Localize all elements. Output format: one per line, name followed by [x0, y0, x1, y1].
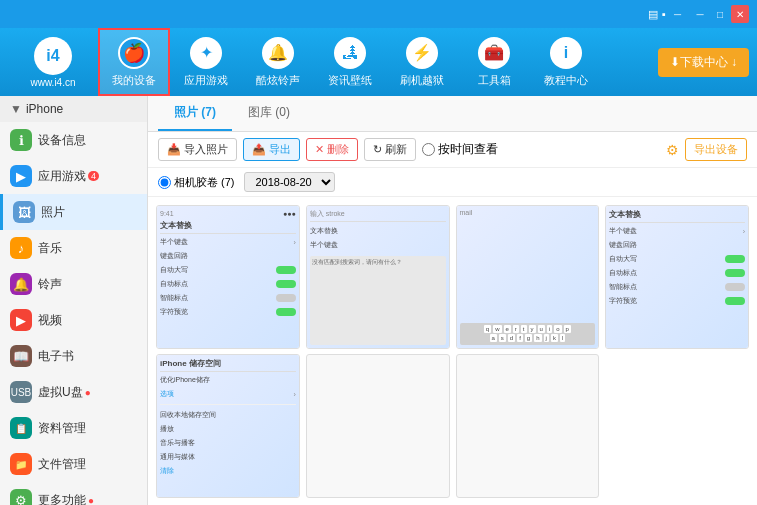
titlebar: ▤ ▪ ─ ─ □ ✕: [0, 0, 757, 28]
tab-albums[interactable]: 图库 (0): [232, 96, 306, 131]
sidebar-item-ebook[interactable]: 📖 电子书: [0, 338, 147, 374]
nav-item-wallpaper[interactable]: 🏞 资讯壁纸: [314, 28, 386, 96]
delete-label: 删除: [327, 142, 349, 157]
battery-icon: ▪: [662, 8, 666, 20]
screenshot-sim-4: 文本替换 半个键盘› 键盘回路 自动大写 自动标点 智能标点 字符预览: [606, 206, 748, 348]
refresh-label: 刷新: [385, 142, 407, 157]
nav-item-my-device[interactable]: 🍎 我的设备: [98, 28, 170, 96]
more-badge: ●: [88, 495, 94, 506]
import-label: 导入照片: [184, 142, 228, 157]
filter-row: 相机胶卷 (7) 2018-08-20: [148, 168, 757, 197]
download-center-button[interactable]: ⬇ 下载中心 ↓: [658, 48, 749, 77]
nav-item-toolbox[interactable]: 🧰 工具箱: [458, 28, 530, 96]
wallpaper-icon: 🏞: [334, 37, 366, 69]
photo-item-5[interactable]: iPhone 储存空间 优化iPhone储存 选项› 回收本地储存空间 播放 音…: [156, 354, 300, 498]
file-mgmt-icon: 📁: [10, 453, 32, 475]
nav-label-wallpaper: 资讯壁纸: [328, 73, 372, 88]
close-button[interactable]: ✕: [731, 5, 749, 23]
logo-url: www.i4.cn: [30, 77, 75, 88]
date-select[interactable]: 2018-08-20: [244, 172, 335, 192]
logo: i4 www.i4.cn: [8, 37, 98, 88]
usb-badge: ●: [85, 387, 91, 398]
usb-label: 虚拟U盘: [38, 384, 83, 401]
download-label: 下载中心 ↓: [680, 54, 737, 71]
app-games-icon: ▶: [10, 165, 32, 187]
device-name: iPhone: [26, 102, 63, 116]
nav-item-app-games[interactable]: ✦ 应用游戏: [170, 28, 242, 96]
sidebar-item-app-games[interactable]: ▶ 应用游戏 4: [0, 158, 147, 194]
device-info-icon: ℹ: [10, 129, 32, 151]
import-icon: 📥: [167, 143, 181, 156]
camera-roll-count: (7): [221, 176, 234, 188]
photos-label: 照片: [41, 204, 65, 221]
delete-button[interactable]: ✕ 删除: [306, 138, 358, 161]
photo-item-6[interactable]: [306, 354, 450, 498]
photo-item-7[interactable]: [456, 354, 600, 498]
tab-photos[interactable]: 照片 (7): [158, 96, 232, 131]
more-icon: ⚙: [10, 489, 32, 505]
apple-icon: 🍎: [118, 37, 150, 69]
sidebar-item-device-info[interactable]: ℹ 设备信息: [0, 122, 147, 158]
app-games-badge: 4: [88, 171, 99, 181]
time-filter-option[interactable]: 按时间查看: [422, 141, 498, 158]
time-filter-radio[interactable]: [422, 143, 435, 156]
nav-items: 🍎 我的设备 ✦ 应用游戏 🔔 酷炫铃声 🏞 资讯壁纸 ⚡ 刷机越狱 🧰 工具箱: [98, 28, 658, 96]
sidebar-item-file-mgmt[interactable]: 📁 文件管理: [0, 446, 147, 482]
photo-item-1[interactable]: 9:41●●● 文本替换 半个键盘› 键盘回路 自动大写 自动标点 智能标点 字…: [156, 205, 300, 349]
nav-item-ringtone[interactable]: 🔔 酷炫铃声: [242, 28, 314, 96]
maximize-button[interactable]: □: [711, 5, 729, 23]
camera-roll-option[interactable]: 相机胶卷 (7): [158, 175, 234, 190]
gear-icon: ⚙: [666, 142, 679, 158]
file-mgmt-label: 文件管理: [38, 456, 86, 473]
apps-icon: ✦: [190, 37, 222, 69]
arrow-icon: ▼: [10, 102, 22, 116]
nav-label-one-click: 刷机越狱: [400, 73, 444, 88]
nav-label-ringtone: 酷炫铃声: [256, 73, 300, 88]
delete-icon: ✕: [315, 143, 324, 156]
screenshot-sim-5: iPhone 储存空间 优化iPhone储存 选项› 回收本地储存空间 播放 音…: [157, 355, 299, 497]
refresh-button[interactable]: ↻ 刷新: [364, 138, 416, 161]
nav-item-one-click[interactable]: ⚡ 刷机越狱: [386, 28, 458, 96]
nav-item-tutorial[interactable]: i 教程中心: [530, 28, 602, 96]
camera-roll-radio[interactable]: [158, 176, 171, 189]
download-icon: ⬇: [670, 55, 680, 69]
nav-label-my-device: 我的设备: [112, 73, 156, 88]
sidebar-item-ringtone[interactable]: 🔔 铃声: [0, 266, 147, 302]
export-device-button[interactable]: 导出设备: [685, 138, 747, 161]
photo-item-4[interactable]: 文本替换 半个键盘› 键盘回路 自动大写 自动标点 智能标点 字符预览: [605, 205, 749, 349]
export-icon: 📤: [252, 143, 266, 156]
sidebar-item-more[interactable]: ⚙ 更多功能 ●: [0, 482, 147, 505]
photos-icon: 🖼: [13, 201, 35, 223]
video-icon: ▶: [10, 309, 32, 331]
screenshot-sim-1: 9:41●●● 文本替换 半个键盘› 键盘回路 自动大写 自动标点 智能标点 字…: [157, 206, 299, 348]
more-label: 更多功能: [38, 492, 86, 506]
import-photos-button[interactable]: 📥 导入照片: [158, 138, 237, 161]
export-device-label: 导出设备: [694, 142, 738, 157]
app-games-label: 应用游戏: [38, 168, 86, 185]
sidebar-item-music[interactable]: ♪ 音乐: [0, 230, 147, 266]
minimize-button[interactable]: ─: [691, 5, 709, 23]
export-button[interactable]: 📤 导出: [243, 138, 300, 161]
navbar: i4 www.i4.cn 🍎 我的设备 ✦ 应用游戏 🔔 酷炫铃声 🏞 资讯壁纸…: [0, 28, 757, 96]
nav-label-toolbox: 工具箱: [478, 73, 511, 88]
photo-item-3[interactable]: mail q w e r t y u i o p: [456, 205, 600, 349]
screenshot-sim-3: mail q w e r t y u i o p: [457, 206, 599, 348]
sidebar-item-data-mgmt[interactable]: 📋 资料管理: [0, 410, 147, 446]
sidebar-item-video[interactable]: ▶ 视频: [0, 302, 147, 338]
bell-icon: 🔔: [262, 37, 294, 69]
wifi-icon: ▤: [648, 8, 658, 21]
music-label: 音乐: [38, 240, 62, 257]
camera-roll-label: 相机胶卷: [174, 175, 218, 190]
screenshot-sim-2: 输入 stroke 文本替换 半个键盘 没有匹配到搜索词，请问有什么？: [307, 206, 449, 348]
sidebar-item-photos[interactable]: 🖼 照片: [0, 194, 147, 230]
data-mgmt-label: 资料管理: [38, 420, 86, 437]
content-area: 照片 (7) 图库 (0) 📥 导入照片 📤 导出 ✕ 删除 ↻ 刷新: [148, 96, 757, 505]
photo-item-2[interactable]: 输入 stroke 文本替换 半个键盘 没有匹配到搜索词，请问有什么？: [306, 205, 450, 349]
sidebar-item-usb[interactable]: USB 虚拟U盘 ●: [0, 374, 147, 410]
ebook-label: 电子书: [38, 348, 74, 365]
device-info-label: 设备信息: [38, 132, 86, 149]
nav-label-tutorial: 教程中心: [544, 73, 588, 88]
device-header: ▼ iPhone: [0, 96, 147, 122]
ringtone-icon: 🔔: [10, 273, 32, 295]
tabs-bar: 照片 (7) 图库 (0): [148, 96, 757, 132]
